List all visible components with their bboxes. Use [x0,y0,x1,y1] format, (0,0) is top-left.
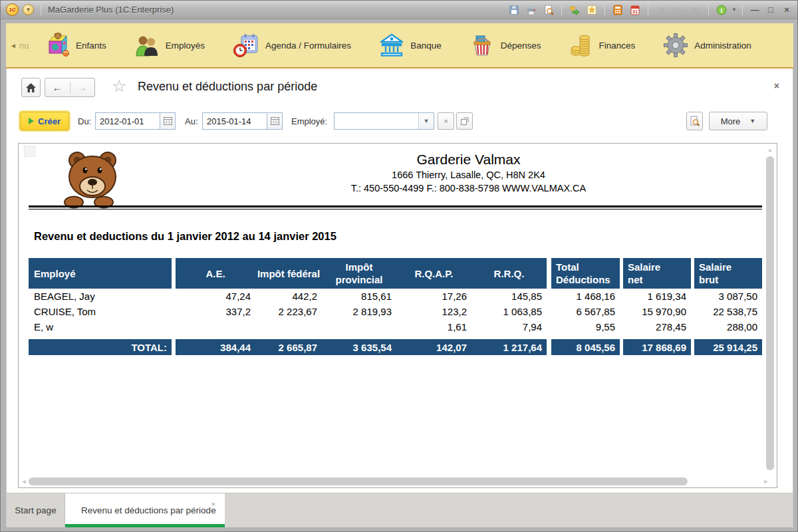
menu-item-finances[interactable]: Finances [569,33,635,57]
menu-item-enfants[interactable]: Enfants [45,33,106,58]
history-buttons: ← → [45,78,95,97]
cell: 145,85 [471,289,547,304]
close-button[interactable]: × [780,5,793,15]
info-dropdown-icon[interactable]: ▼ [732,7,737,13]
total-cell: 142,07 [396,339,471,355]
total-cell: 1 217,64 [471,339,547,355]
main-content: ← → ☆ Revenu et déductions par période ×… [6,68,793,493]
vertical-scroll-thumb[interactable] [766,156,774,470]
home-button[interactable] [21,78,41,97]
cell: 2 223,67 [255,304,322,319]
divider [708,5,709,15]
employee-name: BEAGEL, Jay [29,289,172,304]
create-button-label: Créer [38,116,61,126]
scroll-right-icon[interactable]: ► [762,478,770,485]
menu-item-banque[interactable]: Banque [379,33,442,58]
back-button[interactable]: ← [45,82,70,93]
maximize-button[interactable]: □ [764,5,777,15]
header-divider [29,205,762,207]
date-from-input[interactable] [95,112,160,130]
menu-item-agenda[interactable]: Agenda / Formulaires [233,33,351,58]
print-preview-icon[interactable] [541,3,556,17]
main-menubar: ◄ nu Enfants Employés Agenda / Formulair… [6,23,793,68]
cell: 22 538,75 [694,304,762,319]
minimize-button[interactable]: — [748,5,761,15]
info-icon[interactable]: i [714,3,729,17]
company-contact: T.: 450-550-4499 F.: 800-838-5798 WWW.VA… [175,182,762,195]
tab-close-icon[interactable]: × [211,500,215,508]
cell: 1 619,34 [623,289,691,304]
total-cell: 3 635,54 [322,339,396,355]
tab-revenu-deductions[interactable]: Revenu et déductions par période × [65,493,225,527]
menu-item-administration[interactable]: Administration [663,33,751,58]
col-gap [547,258,551,289]
employe-input[interactable] [334,113,418,129]
memory-m-minus-button[interactable]: M- [688,6,703,14]
employe-combobox: ▼ [334,112,434,130]
company-header: Garderie Valmax 1666 Thierry, Lasalle, Q… [175,150,762,195]
employe-dropdown-button[interactable]: ▼ [418,113,434,129]
cell: 2 819,93 [322,304,396,319]
page-close-icon[interactable]: × [774,80,779,91]
employe-open-button[interactable] [456,112,473,130]
date-from-calendar-button[interactable] [160,112,176,130]
menu-item-depenses[interactable]: Dépenses [469,33,541,57]
table-row[interactable]: BEAGEL, Jay 47,24 442,2 815,61 17,26 145… [29,289,762,304]
chevron-left-icon: ◄ [10,42,17,49]
tab-label: Revenu et déductions par période [81,505,216,515]
favorite-star-icon[interactable]: ☆ [112,76,126,96]
window-frame: ◄ nu Enfants Employés Agenda / Formulair… [1,19,798,532]
preview-button[interactable] [686,112,703,130]
people-icon [134,33,160,57]
scroll-up-icon[interactable]: ▲ [765,147,775,153]
total-cell: 8 045,56 [551,339,620,355]
create-button[interactable]: Créer [20,112,69,130]
cell: 17,26 [396,289,471,304]
col-header: Total Déductions [551,258,620,289]
system-menu-button[interactable]: ▼ [23,4,34,15]
employe-label: Employé: [291,116,327,126]
vertical-scrollbar[interactable]: ▲ [765,147,775,474]
menu-item-label: Enfants [76,41,106,51]
date-to-calendar-button[interactable] [267,112,283,130]
forward-button[interactable]: → [70,82,95,93]
1c-logo-icon[interactable]: 1C [6,3,19,16]
scroll-left-icon[interactable]: ◄ [20,478,28,485]
favorites-icon[interactable] [585,3,599,17]
memory-m-button[interactable]: M [654,6,668,14]
col-header: R.R.Q. [471,258,547,289]
coins-icon [569,33,593,57]
col-header: Impôt fédéral [255,258,322,289]
cell: 9,55 [551,319,620,334]
calendar-icon[interactable]: 31 [628,3,642,17]
cell: 1 063,85 [471,304,547,319]
col-header: R.Q.A.P. [396,258,471,289]
save-icon[interactable] [507,3,521,17]
tab-start-page[interactable]: Start page [7,493,65,527]
tab-label: Start page [15,505,56,515]
menu-collapse-button[interactable]: ◄ nu [10,41,45,51]
cell [322,319,396,334]
more-button[interactable]: More ▼ [709,112,767,130]
table-row[interactable]: E, w 1,61 7,94 9,55 278,45 288,00 [29,319,762,334]
menu-item-employes[interactable]: Employés [134,33,205,57]
horizontal-scrollbar[interactable]: ◄ ► [20,477,761,486]
print-icon[interactable] [524,3,539,17]
memory-m-plus-button[interactable]: M+ [671,6,686,14]
svg-text:i: i [721,7,723,14]
calculator-icon[interactable] [610,3,625,17]
window-title: MaGarderie Plus (1C:Enterprise) [48,5,174,15]
employe-clear-button[interactable]: × [438,112,454,130]
cell: 815,61 [322,289,396,304]
table-row[interactable]: CRUISE, Tom 337,2 2 223,67 2 819,93 123,… [29,304,762,319]
company-name: Garderie Valmax [175,150,762,168]
toy-box-icon [45,33,70,58]
total-label: TOTAL: [29,339,172,355]
date-to-input[interactable] [202,112,267,130]
add-favorite-icon[interactable] [567,3,582,17]
col-header: Salaire net [623,258,691,289]
divider [41,5,41,15]
cell: 1 468,16 [551,289,620,304]
gear-icon [663,33,688,58]
horizontal-scroll-thumb[interactable] [29,477,688,485]
